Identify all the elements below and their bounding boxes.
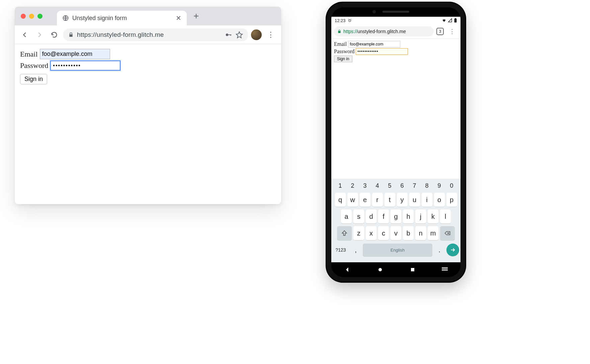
mobile-page-content: Email Password Sign in xyxy=(331,39,460,179)
shift-key[interactable] xyxy=(337,226,352,240)
signin-button[interactable]: Sign in xyxy=(334,56,352,62)
kb-key[interactable]: p xyxy=(446,193,457,207)
kb-row-2: a s d f g h j k l xyxy=(333,209,459,223)
kb-key[interactable]: j xyxy=(415,209,426,223)
minimize-window-button[interactable] xyxy=(29,14,34,19)
url-text: https://unstyled-form.glitch.me xyxy=(77,31,222,38)
new-tab-button[interactable]: + xyxy=(193,11,199,21)
kb-key[interactable]: g xyxy=(391,209,401,223)
browser-tab[interactable]: Unstyled signin form ✕ xyxy=(57,11,187,25)
kb-key[interactable]: s xyxy=(353,209,364,223)
phone-speaker xyxy=(383,11,409,13)
kb-key[interactable]: v xyxy=(391,226,401,240)
close-tab-button[interactable]: ✕ xyxy=(176,14,181,22)
kb-key[interactable]: 5 xyxy=(385,181,395,191)
phone-device: 12:23 xyxy=(327,3,465,282)
kb-key[interactable]: u xyxy=(409,193,420,207)
kb-key[interactable]: a xyxy=(341,209,352,223)
bookmark-star-icon[interactable] xyxy=(236,31,243,38)
back-button[interactable] xyxy=(19,29,31,41)
nav-keyboard-switch-button[interactable] xyxy=(442,267,448,272)
lock-icon xyxy=(68,32,74,37)
mobile-menu-button[interactable]: ⋮ xyxy=(446,28,458,35)
svg-rect-5 xyxy=(454,19,457,22)
phone-screen: 12:23 xyxy=(331,17,460,262)
mobile-browser-toolbar: https://unstyled-form.glitch.me 3 ⋮ xyxy=(331,24,460,39)
nav-home-button[interactable] xyxy=(377,266,384,273)
kb-key[interactable]: e xyxy=(360,193,370,207)
tab-switcher-button[interactable]: 3 xyxy=(436,28,444,35)
nav-recents-button[interactable] xyxy=(409,266,416,273)
alarm-icon xyxy=(348,18,352,22)
kb-number-row: 1 2 3 4 5 6 7 8 9 0 xyxy=(333,181,459,191)
kb-key[interactable]: 8 xyxy=(422,181,432,191)
soft-keyboard: 1 2 3 4 5 6 7 8 9 0 q w e r t y xyxy=(331,179,460,262)
email-input[interactable] xyxy=(348,41,400,48)
svg-rect-6 xyxy=(455,18,456,19)
email-input[interactable] xyxy=(40,49,110,59)
signin-button[interactable]: Sign in xyxy=(20,74,47,84)
status-bar: 12:23 xyxy=(331,17,460,24)
browser-menu-button[interactable]: ⋮ xyxy=(264,30,277,39)
password-label: Password xyxy=(334,49,354,55)
maximize-window-button[interactable] xyxy=(37,14,43,19)
nav-back-button[interactable] xyxy=(344,266,351,273)
kb-key[interactable]: 3 xyxy=(360,181,370,191)
key-icon[interactable] xyxy=(225,31,232,38)
kb-key[interactable]: r xyxy=(372,193,383,207)
password-input[interactable] xyxy=(356,48,408,55)
kb-key[interactable]: i xyxy=(422,193,432,207)
battery-icon xyxy=(454,18,457,23)
kb-row-1: q w e r t y u i o p xyxy=(333,193,459,207)
tab-title: Unstyled signin form xyxy=(72,15,172,22)
profile-avatar[interactable] xyxy=(251,29,262,40)
kb-key[interactable]: 0 xyxy=(446,181,457,191)
page-content: Email Password Sign in xyxy=(15,44,281,89)
kb-key[interactable]: 9 xyxy=(434,181,445,191)
kb-key[interactable]: t xyxy=(385,193,395,207)
kb-key[interactable]: f xyxy=(378,209,389,223)
kb-key[interactable]: z xyxy=(353,226,364,240)
window-controls xyxy=(15,14,43,19)
close-window-button[interactable] xyxy=(21,14,26,19)
kb-key[interactable]: m xyxy=(428,226,438,240)
status-time: 12:23 xyxy=(335,18,346,23)
url-text: https://unstyled-form.glitch.me xyxy=(343,29,406,34)
svg-point-1 xyxy=(226,33,228,36)
signal-icon xyxy=(448,18,452,23)
password-label: Password xyxy=(20,61,48,70)
enter-key[interactable] xyxy=(446,244,459,256)
period-key[interactable]: . xyxy=(434,243,445,257)
forward-button[interactable] xyxy=(33,29,46,41)
kb-key[interactable]: l xyxy=(440,209,451,223)
browser-toolbar: https://unstyled-form.glitch.me ⋮ xyxy=(15,25,281,44)
space-key[interactable]: English xyxy=(363,244,432,256)
comma-key[interactable]: , xyxy=(350,243,361,257)
kb-key[interactable]: 6 xyxy=(397,181,408,191)
kb-key[interactable]: 7 xyxy=(409,181,420,191)
kb-key[interactable]: k xyxy=(428,209,438,223)
reload-button[interactable] xyxy=(48,29,60,41)
kb-key[interactable]: c xyxy=(378,226,389,240)
kb-key[interactable]: 4 xyxy=(372,181,383,191)
kb-key[interactable]: 1 xyxy=(335,181,346,191)
phone-camera xyxy=(372,10,376,13)
mobile-address-bar[interactable]: https://unstyled-form.glitch.me xyxy=(334,26,434,36)
kb-key[interactable]: y xyxy=(397,193,408,207)
kb-key[interactable]: o xyxy=(434,193,445,207)
kb-row-bottom: ?123 , English . xyxy=(333,243,459,257)
symbols-key[interactable]: ?123 xyxy=(333,243,349,257)
kb-key[interactable]: 2 xyxy=(347,181,358,191)
kb-key[interactable]: d xyxy=(366,209,376,223)
desktop-browser-window: Unstyled signin form ✕ + https://unstyle… xyxy=(15,7,281,204)
kb-key[interactable]: n xyxy=(415,226,426,240)
kb-key[interactable]: x xyxy=(366,226,376,240)
kb-key[interactable]: q xyxy=(335,193,346,207)
email-label: Email xyxy=(334,41,347,47)
kb-key[interactable]: h xyxy=(403,209,414,223)
password-input[interactable] xyxy=(50,61,120,71)
address-bar[interactable]: https://unstyled-form.glitch.me xyxy=(63,28,248,41)
backspace-key[interactable] xyxy=(440,226,455,240)
kb-key[interactable]: w xyxy=(347,193,358,207)
kb-key[interactable]: b xyxy=(403,226,414,240)
